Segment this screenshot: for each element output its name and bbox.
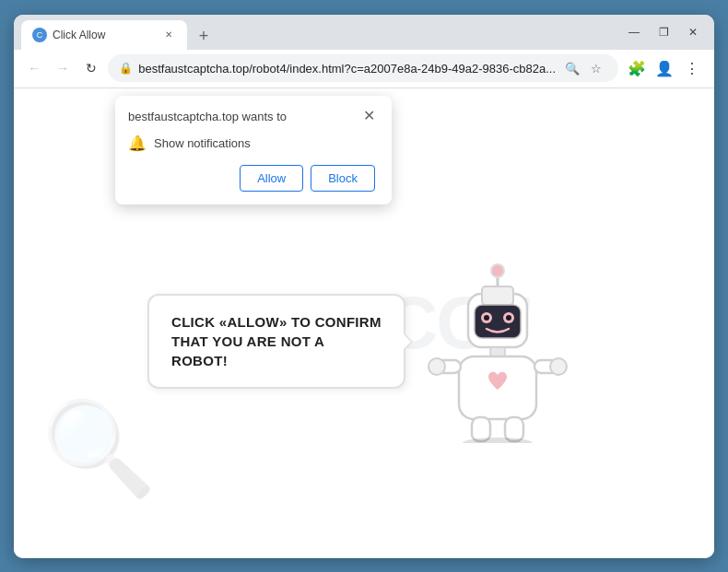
popup-title: bestfaustcaptcha.top wants to — [128, 109, 287, 125]
svg-point-12 — [429, 358, 445, 375]
allow-button[interactable]: Allow — [240, 165, 303, 192]
block-button[interactable]: Block — [311, 165, 375, 192]
window-controls: — ❐ ✕ — [620, 18, 707, 46]
account-button[interactable]: 👤 — [652, 55, 677, 81]
address-bar: ← → ↻ 🔒 bestfaustcaptcha.top/robot4/inde… — [14, 50, 714, 88]
forward-button[interactable]: → — [52, 55, 75, 81]
notification-popup: bestfaustcaptcha.top wants to ✕ 🔔 Show n… — [115, 96, 392, 204]
popup-close-button[interactable]: ✕ — [363, 109, 375, 123]
minimize-button[interactable]: — — [620, 18, 648, 46]
popup-header: bestfaustcaptcha.top wants to ✕ — [128, 109, 375, 125]
url-text: bestfaustcaptcha.top/robot4/index.html?c… — [138, 62, 556, 76]
captcha-area: CLICK «ALLOW» TO CONFIRM THAT YOU ARE NO… — [147, 240, 581, 443]
active-tab[interactable]: C Click Allow ✕ — [21, 20, 187, 50]
notification-label: Show notifications — [154, 136, 251, 150]
popup-actions: Allow Block — [128, 165, 375, 192]
svg-rect-15 — [472, 417, 490, 441]
url-bar[interactable]: 🔒 bestfaustcaptcha.top/robot4/index.html… — [108, 54, 618, 82]
svg-point-1 — [491, 264, 504, 277]
svg-rect-3 — [482, 286, 513, 305]
speech-bubble: CLICK «ALLOW» TO CONFIRM THAT YOU ARE NO… — [147, 294, 405, 389]
back-button[interactable]: ← — [23, 55, 46, 81]
new-tab-button[interactable]: + — [191, 24, 217, 50]
title-bar: C Click Allow ✕ + — ❐ ✕ — [14, 15, 714, 50]
browser-content: RISK.CO7 🔍 bestfaustcaptcha.top wants to… — [14, 88, 714, 558]
robot-svg — [424, 259, 571, 443]
bookmark-icon-btn[interactable]: ☆ — [585, 57, 607, 79]
browser-window: C Click Allow ✕ + — ❐ ✕ ← → ↻ 🔒 bestfaus… — [14, 15, 714, 558]
menu-button[interactable]: ⋮ — [679, 55, 705, 81]
lock-icon: 🔒 — [119, 62, 133, 75]
notification-row: 🔔 Show notifications — [128, 134, 375, 152]
extensions-button[interactable]: 🧩 — [624, 55, 650, 81]
url-action-icons: 🔍 ☆ — [561, 57, 607, 79]
svg-point-8 — [506, 315, 511, 321]
tab-favicon: C — [32, 28, 47, 42]
bell-icon: 🔔 — [128, 134, 147, 152]
tab-close-button[interactable]: ✕ — [161, 28, 176, 42]
robot-illustration — [415, 240, 581, 443]
toolbar-icons: 🧩 👤 ⋮ — [624, 55, 705, 81]
tab-title: Click Allow — [53, 29, 156, 41]
search-icon-btn[interactable]: 🔍 — [561, 57, 583, 79]
svg-point-6 — [484, 315, 489, 321]
maximize-button[interactable]: ❐ — [650, 18, 677, 46]
captcha-text: CLICK «ALLOW» TO CONFIRM THAT YOU ARE NO… — [171, 314, 382, 368]
close-button[interactable]: ✕ — [679, 18, 707, 46]
svg-rect-9 — [490, 347, 505, 356]
refresh-button[interactable]: ↻ — [79, 55, 102, 81]
svg-rect-16 — [505, 417, 523, 441]
tabs-bar: C Click Allow ✕ + — [21, 15, 616, 50]
svg-point-14 — [550, 358, 567, 375]
